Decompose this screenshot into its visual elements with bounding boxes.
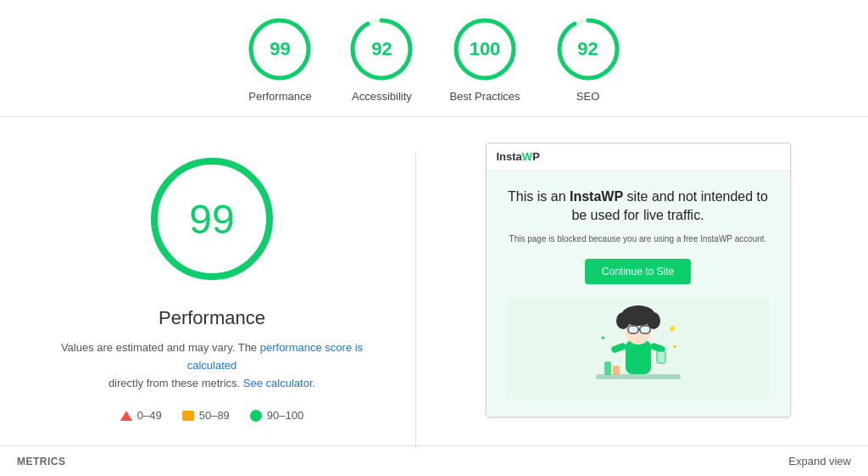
score-value-best-practices: 100 <box>470 38 501 60</box>
legend-item-red: 0–49 <box>120 409 162 422</box>
main-description: Values are estimated and may vary. The p… <box>51 339 373 392</box>
description-prefix: Values are estimated and may vary. The <box>61 341 257 354</box>
vertical-divider <box>415 151 416 449</box>
legend-item-green: 90–100 <box>250 409 303 422</box>
main-title: Performance <box>159 307 265 329</box>
score-legend: 0–49 50–89 90–100 <box>120 409 303 422</box>
score-circle-best-practices: 100 <box>451 15 519 83</box>
score-card-performance[interactable]: 99 Performance <box>246 15 314 103</box>
metrics-bar: METRICS Expand view <box>0 445 868 476</box>
preview-body: This is an InstaWP site and not intended… <box>487 171 790 417</box>
big-score-circle: 99 <box>144 151 280 287</box>
description-middle: directly from these metrics. <box>108 377 240 389</box>
svg-rect-18 <box>628 326 638 333</box>
preview-logo: InstaWP <box>497 150 540 163</box>
legend-range-green: 90–100 <box>267 409 303 422</box>
score-card-seo[interactable]: 92 SEO <box>554 15 622 103</box>
legend-item-orange: 50–89 <box>182 409 230 422</box>
preview-title-plain: This is an <box>508 189 570 204</box>
metrics-label: METRICS <box>17 456 66 468</box>
score-label-best-practices: Best Practices <box>449 90 520 103</box>
preview-header: InstaWP <box>487 143 790 171</box>
legend-range-orange: 50–89 <box>199 409 230 422</box>
svg-rect-19 <box>640 326 650 333</box>
svg-point-16 <box>616 312 630 329</box>
score-value-accessibility: 92 <box>371 38 392 60</box>
scientist-illustration: ★ ✦ ✦ <box>587 302 689 395</box>
svg-rect-13 <box>626 340 651 374</box>
green-circle-icon <box>250 410 262 422</box>
main-content: 99 Performance Values are estimated and … <box>0 117 868 476</box>
legend-range-red: 0–49 <box>137 409 162 422</box>
svg-text:✦: ✦ <box>672 344 677 350</box>
expand-view-link[interactable]: Expand view <box>788 455 851 468</box>
preview-subtitle: This page is blocked because you are usi… <box>507 232 770 245</box>
site-preview: InstaWP This is an InstaWP site and not … <box>486 143 791 417</box>
score-label-seo: SEO <box>576 90 599 103</box>
score-card-best-practices[interactable]: 100 Best Practices <box>449 15 520 103</box>
preview-subtitle-text: This page is blocked because you are usi… <box>509 234 767 244</box>
score-circle-performance: 99 <box>246 15 314 83</box>
page-wrapper: 99 Performance 92 Accessibility <box>0 0 868 476</box>
preview-title: This is an InstaWP site and not intended… <box>507 188 770 226</box>
score-value-seo: 92 <box>577 38 598 60</box>
top-scores-bar: 99 Performance 92 Accessibility <box>0 0 868 117</box>
score-label-performance: Performance <box>248 90 311 103</box>
preview-illustration: ★ ✦ ✦ <box>507 298 770 400</box>
calculator-link[interactable]: See calculator. <box>243 377 315 389</box>
big-score-value: 99 <box>189 196 234 243</box>
score-card-accessibility[interactable]: 92 Accessibility <box>348 15 415 103</box>
svg-rect-12 <box>613 366 620 375</box>
red-triangle-icon <box>120 411 132 421</box>
continue-to-site-button[interactable]: Continue to Site <box>585 259 691 284</box>
score-circle-accessibility: 92 <box>348 15 415 83</box>
right-panel: InstaWP This is an InstaWP site and not … <box>442 134 834 417</box>
svg-text:★: ★ <box>668 322 677 334</box>
svg-text:✦: ✦ <box>600 334 606 342</box>
left-panel: 99 Performance Values are estimated and … <box>34 134 390 422</box>
svg-rect-23 <box>657 351 665 363</box>
score-value-performance: 99 <box>270 38 290 60</box>
orange-square-icon <box>182 411 194 421</box>
score-circle-seo: 92 <box>554 15 622 83</box>
svg-rect-11 <box>604 361 611 375</box>
score-label-accessibility: Accessibility <box>352 90 412 103</box>
svg-rect-21 <box>610 342 627 354</box>
preview-title-bold: InstaWP <box>570 189 623 204</box>
